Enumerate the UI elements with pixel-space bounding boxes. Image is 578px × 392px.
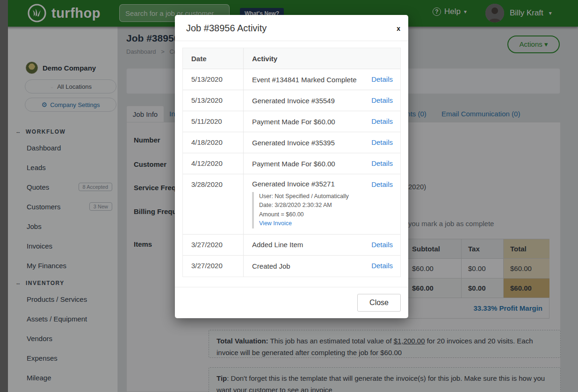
- activity-row: 3/28/2020 Generated Invoice #35271 User:…: [183, 174, 400, 235]
- details-link[interactable]: Details: [365, 90, 400, 104]
- activity-row: 4/18/2020 Generated Invoice #35395 Detai…: [183, 132, 400, 153]
- activity-row: 3/27/2020 Added Line Item Details: [183, 235, 400, 256]
- activity-date: 5/11/2020: [183, 111, 244, 132]
- job-activity-modal: Job #38956 Activity x Date Activity 5/13…: [175, 15, 408, 318]
- close-button[interactable]: Close: [357, 294, 401, 312]
- details-link[interactable]: Details: [365, 132, 400, 146]
- detail-amount-line: Amount = $60.00: [259, 210, 362, 219]
- activity-date: 3/27/2020: [183, 256, 244, 277]
- details-link[interactable]: Details: [365, 153, 400, 167]
- details-link[interactable]: Details: [365, 235, 400, 249]
- details-link[interactable]: Details: [365, 69, 400, 83]
- column-header-activity: Activity: [244, 49, 365, 68]
- activity-date: 5/13/2020: [183, 69, 244, 90]
- activity-details: User: Not Specified / Automatically Date…: [252, 192, 362, 228]
- activity-row: 4/12/2020 Payment Made For $60.00 Detail…: [183, 153, 400, 174]
- activity-text: Payment Made For $60.00: [244, 154, 365, 173]
- activity-text: Payment Made For $60.00: [244, 112, 365, 131]
- view-invoice-link[interactable]: View Invoice: [259, 219, 362, 228]
- modal-body: Date Activity 5/13/2020 Event #134841 Ma…: [175, 41, 408, 287]
- activity-date: 5/13/2020: [183, 90, 244, 111]
- activity-text: Created Job: [244, 257, 365, 276]
- details-link[interactable]: Details: [365, 256, 400, 270]
- activity-date: 3/28/2020: [183, 174, 244, 234]
- modal-title: Job #38956 Activity: [186, 23, 397, 34]
- activity-date: 4/18/2020: [183, 132, 244, 153]
- detail-user-line: User: Not Specified / Automatically: [259, 192, 362, 201]
- activity-text: Generated Invoice #35549: [244, 91, 365, 110]
- activity-row: 3/27/2020 Created Job Details: [183, 256, 400, 277]
- activity-text: Generated Invoice #35271 User: Not Speci…: [244, 174, 365, 234]
- activity-rows: 5/13/2020 Event #134841 Marked Complete …: [183, 69, 400, 277]
- activity-text: Generated Invoice #35395: [244, 133, 365, 152]
- close-icon[interactable]: x: [397, 25, 400, 32]
- modal-header: Job #38956 Activity x: [175, 15, 408, 41]
- activity-date: 4/12/2020: [183, 153, 244, 174]
- activity-table: Date Activity 5/13/2020 Event #134841 Ma…: [182, 48, 401, 277]
- activity-row: 5/13/2020 Generated Invoice #35549 Detai…: [183, 90, 400, 111]
- activity-row: 5/13/2020 Event #134841 Marked Complete …: [183, 69, 400, 90]
- activity-text: Event #134841 Marked Complete: [244, 70, 365, 89]
- column-header-date: Date: [183, 48, 244, 69]
- detail-date-line: Date: 3/28/2020 2:30:32 AM: [259, 201, 362, 210]
- details-link[interactable]: Details: [365, 174, 400, 188]
- modal-footer: Close: [175, 287, 408, 318]
- details-link[interactable]: Details: [365, 111, 400, 125]
- activity-date: 3/27/2020: [183, 235, 244, 255]
- activity-table-header: Date Activity: [183, 48, 400, 69]
- activity-text: Added Line Item: [244, 235, 365, 254]
- activity-row: 5/11/2020 Payment Made For $60.00 Detail…: [183, 111, 400, 132]
